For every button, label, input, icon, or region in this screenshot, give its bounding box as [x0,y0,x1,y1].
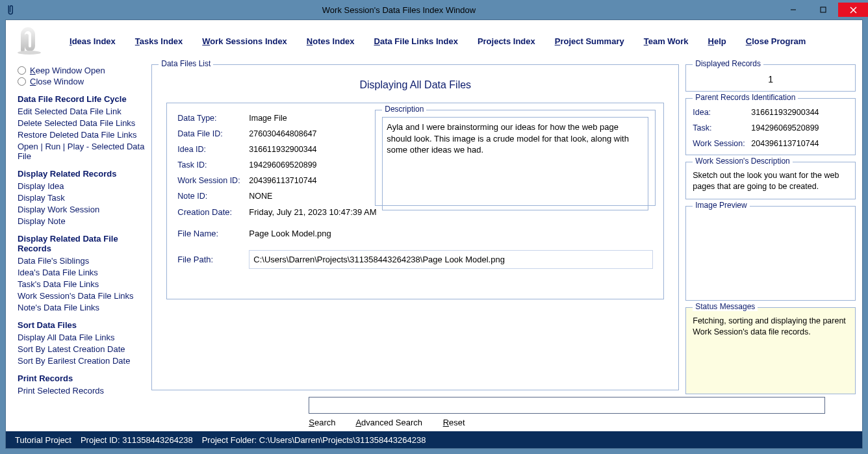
label-file-name: File Name: [177,229,249,238]
right-column: Displayed Records 1 Parent Records Ident… [685,62,862,431]
value-parent-idea: 316611932900344 [751,108,849,117]
status-bar: Tutorial Project Project ID: 31135844326… [6,431,862,448]
group-title-dfl: Data Files List [159,59,213,68]
sidebar-open-run-play[interactable]: Open | Run | Play - Selected Data File [18,142,145,161]
sidebar-sort-latest[interactable]: Sort By Latest Creation Date [18,344,145,354]
main-panel: Data Files List Displaying All Data File… [145,62,685,431]
group-displayed-records: Displayed Records 1 [685,64,856,92]
title-displayed-records: Displayed Records [693,59,763,68]
value-data-file-id: 276030464808647 [249,129,359,138]
sidebar-edit-selected[interactable]: Edit Selected Data File Link [18,107,145,116]
sidebar-head-lifecycle: Data File Record Life Cycle [18,94,145,104]
label-task-id: Task ID: [177,160,249,170]
svg-rect-1 [821,7,826,12]
label-parent-idea: Idea: [693,108,751,117]
value-idea-id: 316611932900344 [249,145,359,154]
app-logo-icon [14,27,46,55]
sidebar-head-related: Display Related Records [18,169,145,179]
status-project-name: Tutorial Project [15,435,71,445]
value-description[interactable]: Ayla and I were brainstorming our ideas … [382,117,648,210]
window-root: Work Session's Data Files Index Window [0,0,868,454]
reset-link[interactable]: Reset [443,418,465,427]
app-icon [5,4,17,16]
radio-close-window-label: Close Window [30,77,84,86]
sidebar: Keep Window Open Close Window Data File … [6,62,145,431]
label-parent-task: Task: [693,123,751,132]
sidebar-head-related-df: Display Related Data File Records [18,234,145,253]
radio-close-window[interactable]: Close Window [18,77,145,86]
menu-help[interactable]: Help [708,36,726,46]
client-area: Ideas Index Tasks Index Work Sessions In… [5,19,863,449]
sidebar-display-note[interactable]: Display Note [18,216,145,226]
sidebar-sort-all[interactable]: Display All Data File Links [18,333,145,342]
sidebar-display-idea[interactable]: Display Idea [18,181,145,191]
label-file-path: File Path: [177,255,249,264]
menu-team-work[interactable]: Team Work [644,36,689,46]
group-status-messages: Status Messages Fetching, sorting and di… [685,307,856,394]
sidebar-sort-earliest[interactable]: Sort By Earilest Creation Date [18,356,145,366]
record-fields: Data Type: Image File Data File ID: 2760… [177,114,359,201]
sidebar-restore-deleted[interactable]: Restore Deleted Data File Links [18,130,145,140]
menu-ideas-index[interactable]: Ideas Index [70,36,116,46]
label-idea-id: Idea ID: [177,145,249,154]
close-button[interactable] [838,3,868,17]
search-link[interactable]: Search [309,418,335,427]
menu-data-file-links-index[interactable]: Data File Links Index [374,36,458,46]
menu-notes-index[interactable]: Notes Index [307,36,355,46]
sidebar-head-sort: Sort Data Files [18,320,145,330]
sidebar-display-task[interactable]: Display Task [18,193,145,203]
value-file-path[interactable]: C:\Users\Darren\Projects\311358443264238… [249,250,653,269]
sidebar-print-selected[interactable]: Print Selected Records [18,386,145,396]
menu-projects-index[interactable]: Projects Index [478,36,535,46]
label-note-id: Note ID: [177,192,249,201]
value-file-name: Page Look Model.png [249,229,653,238]
sidebar-note-links[interactable]: Note's Data File Links [18,303,145,312]
sidebar-delete-selected[interactable]: Delete Selected Data File Links [18,118,145,128]
label-ws-id: Work Session ID: [177,176,249,185]
window-controls [778,3,868,17]
sidebar-siblings[interactable]: Data File's Siblings [18,256,145,266]
sidebar-display-work-session[interactable]: Display Work Session [18,205,145,214]
dfl-heading: Displaying All Data Files [159,79,672,91]
label-description: Description [382,105,426,114]
advanced-search-link[interactable]: Advanced Search [355,418,422,427]
body-layout: Keep Window Open Close Window Data File … [6,62,862,431]
value-data-type: Image File [249,114,359,123]
maximize-button[interactable] [808,3,838,17]
menu-close-program[interactable]: Close Program [746,36,806,46]
group-description: Description Ayla and I were brainstormin… [375,110,656,206]
title-status-messages: Status Messages [693,302,758,311]
search-input[interactable] [309,397,825,414]
radio-keep-open-label: Keep Window Open [30,66,105,75]
title-bar: Work Session's Data Files Index Window [0,0,868,19]
label-data-type: Data Type: [177,114,249,123]
group-data-files-list: Data Files List Displaying All Data File… [151,64,679,390]
title-ws-description: Work Session's Description [693,157,792,166]
value-ws-id: 204396113710744 [249,176,359,185]
value-displayed-records: 1 [693,71,849,84]
radio-keep-window-open[interactable]: Keep Window Open [18,66,145,75]
menu-work-sessions-index[interactable]: Work Sessions Index [202,36,287,46]
menu-project-summary[interactable]: Project Summary [555,36,624,46]
menu-bar: Ideas Index Tasks Index Work Sessions In… [6,20,862,62]
minimize-button[interactable] [778,3,808,17]
group-image-preview: Image Preview [685,206,856,301]
sidebar-head-print: Print Records [18,373,145,383]
label-creation-date: Creation Date: [177,207,249,217]
radio-close-window-input[interactable] [18,77,26,86]
value-parent-ws: 204396113710744 [751,139,849,148]
text-ws-description: Sketch out the look you want for the web… [693,169,849,192]
group-ws-description: Work Session's Description Sketch out th… [685,162,856,199]
status-project-id: Project ID: 311358443264238 [81,435,193,445]
value-note-id: NONE [249,192,359,201]
sidebar-task-links[interactable]: Task's Data File Links [18,279,145,289]
value-parent-task: 194296069520899 [751,123,849,132]
sidebar-idea-links[interactable]: Idea's Data File Links [18,268,145,277]
radio-keep-open-input[interactable] [18,66,26,75]
sidebar-ws-links[interactable]: Work Session's Data File Links [18,291,145,301]
title-parent-ids: Parent Records Identification [693,93,798,102]
svg-point-4 [18,51,41,55]
window-title: Work Session's Data Files Index Window [19,5,778,15]
menu-tasks-index[interactable]: Tasks Index [135,36,183,46]
data-file-record[interactable]: Data Type: Image File Data File ID: 2760… [166,103,664,299]
